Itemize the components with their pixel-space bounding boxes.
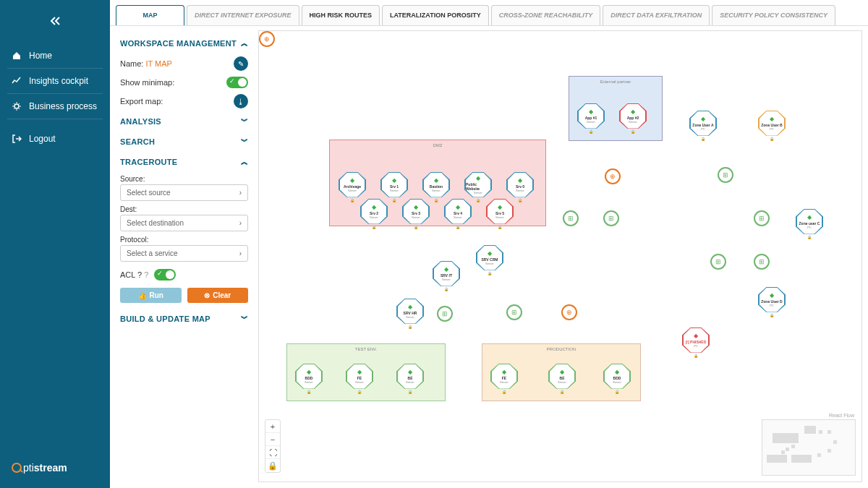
- export-button[interactable]: ⭳: [234, 94, 248, 108]
- node-srv5[interactable]: ◆Srv 5Server🔒: [486, 199, 514, 229]
- zoom-out-button[interactable]: −: [265, 433, 280, 446]
- section-search[interactable]: SEARCH︾: [120, 132, 248, 152]
- chevron-up-icon: ︽: [241, 157, 248, 167]
- tab-high-risk[interactable]: HIGH RISK ROUTES: [302, 5, 380, 25]
- section-workspace[interactable]: WORKSPACE MANAGEMENT︽: [120, 33, 248, 53]
- node-app2[interactable]: ◆App #2Server🔒: [619, 103, 647, 134]
- gear-icon: [12, 101, 22, 111]
- chart-icon: [12, 76, 22, 86]
- node-prod-fe[interactable]: ◆FEServer🔒: [490, 364, 518, 394]
- node-srv-crm[interactable]: ◆SRV CRMServer🔒: [476, 245, 503, 275]
- zoom-in-button[interactable]: +: [265, 420, 280, 433]
- field-name: Name: IT MAP ✎: [120, 53, 248, 74]
- chevron-right-icon: ›: [239, 219, 242, 227]
- zoom-controls: + − ⛶ 🔒: [265, 419, 281, 473]
- logout-icon: [12, 134, 22, 144]
- node-srv1[interactable]: ◆Srv 1Server🔒: [380, 172, 408, 202]
- fit-view-button[interactable]: ⛶: [265, 446, 280, 459]
- logo-mark-icon: [12, 463, 22, 473]
- dest-select[interactable]: Select destination›: [120, 215, 248, 231]
- attribution: React Flow: [829, 413, 854, 418]
- chevron-down-icon: ︾: [241, 314, 248, 324]
- router-node[interactable]: ⊞: [718, 167, 733, 183]
- collapse-sidebar-icon[interactable]: [49, 10, 61, 43]
- router-node[interactable]: ⊞: [563, 210, 579, 226]
- nav-logout[interactable]: Logout: [7, 127, 103, 151]
- nav-insights[interactable]: Insights cockpit: [7, 69, 103, 94]
- node-srv2[interactable]: ◆Srv 2Server🔒: [360, 199, 388, 229]
- node-user-d[interactable]: ◆Zone User DPC🔒: [758, 287, 786, 317]
- node-user-a[interactable]: ◆Zone User APC🔒: [689, 111, 717, 141]
- nav-home[interactable]: Home: [7, 43, 103, 69]
- node-user-b[interactable]: ◆Zone User BPC🔒: [758, 111, 786, 141]
- section-traceroute[interactable]: TRACEROUTE︽: [120, 152, 248, 172]
- chevron-right-icon: ›: [239, 249, 242, 257]
- firewall-node[interactable]: ⊕: [605, 168, 621, 184]
- router-node[interactable]: ⊞: [603, 210, 619, 226]
- minimap[interactable]: [762, 419, 856, 476]
- home-icon: [12, 51, 22, 61]
- chevron-right-icon: ›: [239, 189, 242, 197]
- source-select[interactable]: Select source›: [120, 184, 248, 201]
- node-test-be[interactable]: ◆BEServer🔒: [396, 364, 424, 394]
- map-canvas[interactable]: DMZ ◆ArchivageServer🔒 ◆Srv 1Server🔒 ◆Bas…: [258, 30, 862, 482]
- dest-label: Dest:: [120, 205, 248, 213]
- minimap-toggle[interactable]: ✓: [226, 77, 248, 88]
- tab-map[interactable]: MAP: [116, 5, 184, 25]
- field-minimap: Show minimap: ✓: [120, 74, 248, 91]
- node-test-fe[interactable]: ◆FEServer🔒: [346, 364, 373, 394]
- nav-label: Business process: [29, 101, 97, 111]
- router-node[interactable]: ⊞: [437, 306, 453, 322]
- node-user-c[interactable]: ◆Zone user CPC🔒: [796, 209, 823, 239]
- router-node[interactable]: ⊞: [506, 304, 522, 320]
- node-bastion[interactable]: ◆BastionServer🔒: [422, 172, 450, 202]
- tab-cross-zone[interactable]: CROSS-ZONE REACHABILITY: [491, 5, 601, 25]
- node-archivage[interactable]: ◆ArchivageServer🔒: [339, 172, 366, 202]
- chevron-down-icon: ︾: [241, 137, 248, 147]
- node-srv-hr[interactable]: ◆SRV HRServer🔒: [396, 299, 424, 329]
- field-acl: ACL ? ? ✓: [120, 266, 248, 283]
- node-srv-it[interactable]: ◆SRV ITServer🔒: [433, 261, 460, 291]
- sidebar: Home Insights cockpit Business process L…: [0, 0, 110, 488]
- tab-exposure[interactable]: DIRECT INTERNET EXPOSURE: [187, 5, 299, 25]
- nav-business[interactable]: Business process: [7, 94, 103, 119]
- clear-button[interactable]: ⊗ Clear: [187, 288, 249, 303]
- lock-view-button[interactable]: 🔒: [265, 459, 280, 472]
- source-label: Source:: [120, 175, 248, 183]
- section-analysis[interactable]: ANALYSIS︾: [120, 111, 248, 132]
- firewall-node[interactable]: ⊕: [561, 304, 577, 320]
- left-panel: WORKSPACE MANAGEMENT︽ Name: IT MAP ✎ Sho…: [110, 26, 258, 488]
- router-node[interactable]: ⊞: [710, 254, 726, 270]
- nav-label: Insights cockpit: [29, 76, 88, 86]
- router-node[interactable]: ⊞: [754, 254, 770, 270]
- node-prod-be[interactable]: ◆BEServer🔒: [548, 364, 576, 394]
- node-srv0[interactable]: ◆Srv 0Server🔒: [506, 172, 534, 202]
- node-public-website[interactable]: ◆Public WebsiteServer🔒: [464, 172, 492, 202]
- run-button[interactable]: 👍 Run: [120, 288, 182, 303]
- node-app1[interactable]: ◆App #1Server🔒: [577, 103, 605, 134]
- node-srv3[interactable]: ◆Srv 3Server🔒: [402, 199, 430, 229]
- chevron-down-icon: ︾: [241, 116, 248, 127]
- node-phished[interactable]: ◆[!] PHISHEDPC🔒: [682, 328, 710, 358]
- firewall-node[interactable]: ⊕: [259, 31, 275, 47]
- help-icon[interactable]: ?: [144, 270, 148, 279]
- acl-toggle[interactable]: ✓: [154, 269, 176, 281]
- node-prod-bdd[interactable]: ◆BDDServer🔒: [603, 364, 631, 394]
- tab-policy[interactable]: SECURITY POLICY CONSISTENCY: [712, 5, 835, 25]
- tabs: MAP DIRECT INTERNET EXPOSURE HIGH RISK R…: [110, 0, 868, 26]
- section-build[interactable]: BUILD & UPDATE MAP︾: [120, 309, 248, 329]
- nav-label: Home: [29, 51, 52, 61]
- tab-lateralization[interactable]: LATERALIZATION POROSITY: [382, 5, 489, 25]
- node-srv4[interactable]: ◆Srv 4Server🔒: [444, 199, 472, 229]
- logo: ptistream: [7, 458, 103, 478]
- router-node[interactable]: ⊞: [754, 210, 770, 226]
- field-export: Export map: ⭳: [120, 91, 248, 111]
- nav-label: Logout: [29, 134, 56, 144]
- node-test-bdd[interactable]: ◆BDDServer🔒: [295, 364, 323, 394]
- edges-layer: [259, 31, 476, 140]
- edit-name-button[interactable]: ✎: [234, 56, 248, 71]
- tab-exfil[interactable]: DIRECT DATA EXFILTRATION: [603, 5, 710, 25]
- protocol-select[interactable]: Select a service›: [120, 245, 248, 262]
- svg-point-0: [14, 104, 19, 108]
- protocol-label: Protocol:: [120, 236, 248, 244]
